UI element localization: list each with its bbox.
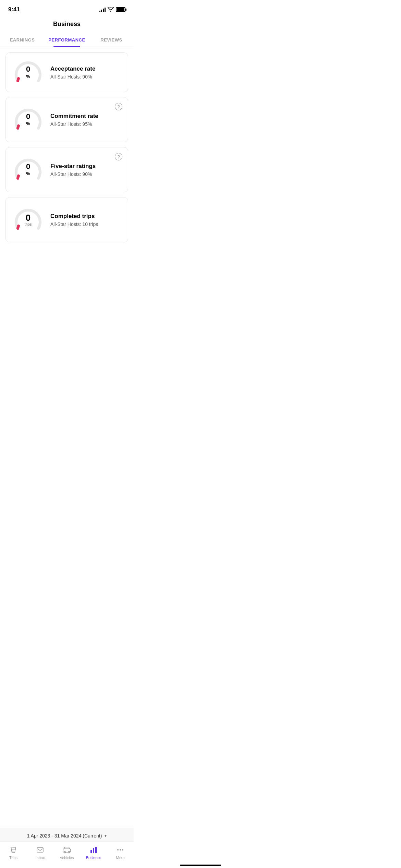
five-star-ratings-gauge: 0% <box>13 154 44 185</box>
completed-trips-info: Completed trips All-Star Hosts: 10 trips <box>50 213 121 227</box>
tab-bar: EARNINGS PERFORMANCE REVIEWS <box>0 33 134 47</box>
tab-performance[interactable]: PERFORMANCE <box>45 33 89 47</box>
five-star-ratings-title: Five-star ratings <box>50 163 121 170</box>
page-title: Business <box>53 21 81 27</box>
status-time: 9:41 <box>8 6 20 13</box>
commitment-rate-value: 0 <box>26 113 30 120</box>
commitment-rate-subtitle: All-Star Hosts: 95% <box>50 121 121 127</box>
five-star-ratings-help-icon[interactable]: ? <box>115 153 122 160</box>
acceptance-rate-info: Acceptance rate All-Star Hosts: 90% <box>50 65 121 80</box>
completed-trips-subtitle: All-Star Hosts: 10 trips <box>50 221 121 227</box>
commitment-rate-info: Commitment rate All-Star Hosts: 95% <box>50 113 121 127</box>
acceptance-rate-value: 0 <box>26 65 30 73</box>
acceptance-rate-card: 0% Acceptance rate All-Star Hosts: 90% <box>5 52 128 92</box>
five-star-ratings-value: 0 <box>26 163 30 170</box>
battery-icon <box>116 7 125 12</box>
five-star-ratings-info: Five-star ratings All-Star Hosts: 90% <box>50 163 121 177</box>
performance-content: 0% Acceptance rate All-Star Hosts: 90% ?… <box>0 47 134 277</box>
commitment-rate-title: Commitment rate <box>50 113 121 120</box>
status-bar: 9:41 <box>0 0 134 17</box>
acceptance-rate-subtitle: All-Star Hosts: 90% <box>50 74 121 80</box>
completed-trips-title: Completed trips <box>50 213 121 220</box>
completed-trips-value: 0 <box>25 213 32 222</box>
five-star-ratings-subtitle: All-Star Hosts: 90% <box>50 171 121 177</box>
commitment-rate-unit: % <box>26 121 30 126</box>
acceptance-rate-title: Acceptance rate <box>50 65 121 72</box>
commitment-rate-gauge: 0% <box>13 104 44 135</box>
five-star-ratings-card: ? 0% Five-star ratings All-Star Hosts: 9… <box>5 147 128 192</box>
completed-trips-gauge: 0 trips <box>13 204 44 235</box>
commitment-rate-card: ? 0% Commitment rate All-Star Hosts: 95% <box>5 97 128 142</box>
completed-trips-label: trips <box>25 222 32 226</box>
five-star-ratings-unit: % <box>26 171 30 176</box>
completed-trips-card: 0 trips Completed trips All-Star Hosts: … <box>5 197 128 242</box>
acceptance-rate-gauge: 0% <box>13 57 44 88</box>
status-icons <box>99 7 125 13</box>
acceptance-rate-unit: % <box>26 74 30 79</box>
tab-reviews[interactable]: REVIEWS <box>89 33 134 47</box>
page-header: Business <box>0 17 134 33</box>
commitment-rate-help-icon[interactable]: ? <box>115 103 122 110</box>
signal-icon <box>99 7 106 12</box>
wifi-icon <box>108 7 114 13</box>
tab-earnings[interactable]: EARNINGS <box>0 33 45 47</box>
